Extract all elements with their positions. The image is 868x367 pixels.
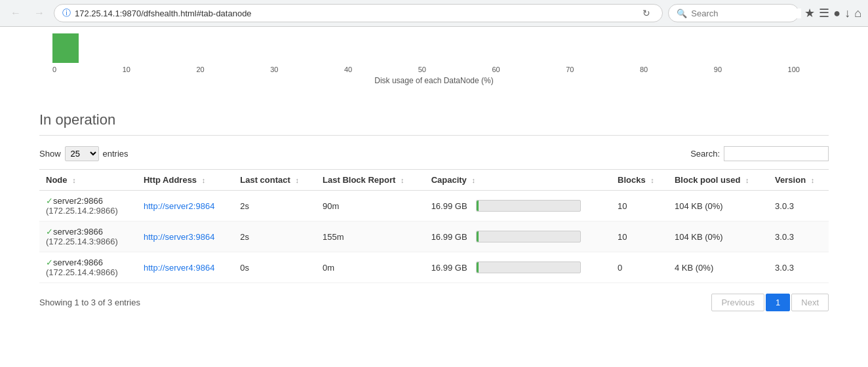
- browser-chrome: ← → ⓘ 172.25.14.1:9870/dfshealth.html#ta…: [0, 0, 868, 27]
- node-name: server2:9866: [53, 196, 103, 206]
- node-ip: (172.25.14.2:9866): [46, 206, 118, 216]
- next-button[interactable]: Next: [791, 294, 829, 311]
- node-name: server4:9866: [53, 258, 103, 267]
- table-search-control: Search:: [690, 146, 829, 161]
- table-header-row: Node ↕ Http Address ↕ Last contact ↕ Las…: [39, 170, 829, 191]
- section-divider: [39, 135, 829, 136]
- previous-button[interactable]: Previous: [711, 294, 764, 311]
- page-1-button[interactable]: 1: [766, 294, 790, 311]
- bookmark-icon[interactable]: ★: [804, 6, 815, 20]
- capacity-size: 16.99 GB: [431, 263, 471, 273]
- data-table: Node ↕ Http Address ↕ Last contact ↕ Las…: [39, 169, 829, 283]
- entries-label: entries: [103, 149, 128, 159]
- node-ip: (172.25.14.4:9866): [46, 267, 118, 277]
- back-button[interactable]: ←: [7, 4, 25, 22]
- capacity-bar-bg: [476, 200, 581, 212]
- cell-blocks: 0: [611, 252, 668, 283]
- cell-last-block-report: 155m: [316, 222, 425, 252]
- tick-10: 10: [123, 66, 130, 73]
- info-icon: ⓘ: [62, 7, 71, 19]
- table-row: ✓server2:9866(172.25.14.2:9866)http://se…: [39, 191, 829, 222]
- table-search-input[interactable]: [724, 146, 829, 161]
- cell-block-pool-used: 4 KB (0%): [668, 252, 768, 283]
- sort-icon-blocks: ↕: [650, 176, 654, 184]
- http-address-link[interactable]: http://server2:9864: [144, 201, 214, 211]
- tick-100: 100: [788, 66, 800, 73]
- tick-40: 40: [344, 66, 352, 73]
- http-address-link[interactable]: http://server4:9864: [144, 263, 214, 273]
- capacity-bar-bg: [476, 231, 581, 242]
- col-node[interactable]: Node ↕: [39, 170, 137, 191]
- tick-90: 90: [714, 66, 722, 73]
- forward-button[interactable]: →: [30, 4, 49, 22]
- chart-area: 0 10 20 30 40 50 60 70 80 90 100 Disk us…: [39, 27, 829, 98]
- cell-node: ✓server2:9866(172.25.14.2:9866): [39, 191, 137, 222]
- cell-block-pool-used: 104 KB (0%): [668, 222, 768, 252]
- cell-http-address: http://server3:9864: [137, 222, 233, 252]
- capacity-cell: 16.99 GB: [431, 231, 604, 242]
- pagination-buttons: Previous 1 Next: [711, 294, 829, 311]
- sort-icon-block-report: ↕: [401, 176, 404, 184]
- shield-icon[interactable]: ●: [833, 7, 840, 20]
- cell-http-address: http://server4:9864: [137, 252, 233, 283]
- cell-block-pool-used: 104 KB (0%): [668, 191, 768, 222]
- sort-icon-node: ↕: [72, 176, 76, 184]
- entries-select[interactable]: 10 25 50 100: [65, 146, 99, 161]
- col-version[interactable]: Version ↕: [768, 170, 829, 191]
- cell-last-contact: 2s: [233, 191, 316, 222]
- tick-30: 30: [270, 66, 278, 73]
- tick-60: 60: [492, 66, 500, 73]
- home-icon[interactable]: ⌂: [854, 7, 861, 20]
- col-last-block-report[interactable]: Last Block Report ↕: [316, 170, 425, 191]
- showing-text: Showing 1 to 3 of 3 entries: [39, 298, 140, 307]
- cell-capacity: 16.99 GB: [425, 191, 611, 222]
- search-label: Search:: [690, 149, 720, 159]
- cell-last-block-report: 90m: [316, 191, 425, 222]
- tick-50: 50: [418, 66, 426, 73]
- capacity-bar-fill: [477, 262, 479, 273]
- sort-icon-contact: ↕: [295, 176, 299, 184]
- cell-node: ✓server3:9866(172.25.14.3:9866): [39, 222, 137, 252]
- node-check-icon: ✓: [46, 227, 53, 237]
- chart-bar: [52, 33, 79, 63]
- tick-70: 70: [566, 66, 574, 73]
- cell-blocks: 10: [611, 191, 668, 222]
- col-last-contact[interactable]: Last contact ↕: [233, 170, 316, 191]
- section-heading: In operation: [39, 111, 829, 128]
- search-icon: 🔍: [677, 9, 687, 18]
- cell-capacity: 16.99 GB: [425, 222, 611, 252]
- cell-node: ✓server4:9866(172.25.14.4:9866): [39, 252, 137, 283]
- sort-icon-http: ↕: [202, 176, 206, 184]
- chart-ticks: 0 10 20 30 40 50 60 70 80 90 100: [39, 66, 800, 73]
- download-icon[interactable]: ↓: [844, 7, 850, 20]
- cell-last-contact: 2s: [233, 222, 316, 252]
- col-blocks[interactable]: Blocks ↕: [611, 170, 668, 191]
- cell-version: 3.0.3: [768, 191, 829, 222]
- cell-capacity: 16.99 GB: [425, 252, 611, 283]
- tick-0: 0: [52, 66, 56, 73]
- sort-icon-pool: ↕: [745, 176, 749, 184]
- http-address-link[interactable]: http://server3:9864: [144, 232, 214, 242]
- pagination-area: Showing 1 to 3 of 3 entries Previous 1 N…: [39, 294, 829, 311]
- cell-last-block-report: 0m: [316, 252, 425, 283]
- browser-search-bar[interactable]: 🔍: [668, 4, 799, 22]
- capacity-cell: 16.99 GB: [431, 200, 604, 212]
- show-label: Show: [39, 149, 61, 159]
- col-capacity[interactable]: Capacity ↕: [425, 170, 611, 191]
- col-block-pool-used[interactable]: Block pool used ↕: [668, 170, 768, 191]
- col-http-address[interactable]: Http Address ↕: [137, 170, 233, 191]
- chart-label: Disk usage of each DataNode (%): [39, 76, 829, 85]
- node-ip: (172.25.14.3:9866): [46, 237, 118, 246]
- capacity-size: 16.99 GB: [431, 201, 471, 211]
- table-body: ✓server2:9866(172.25.14.2:9866)http://se…: [39, 191, 829, 283]
- cell-http-address: http://server2:9864: [137, 191, 233, 222]
- browser-search-input[interactable]: [691, 9, 801, 18]
- page-content: 0 10 20 30 40 50 60 70 80 90 100 Disk us…: [0, 27, 868, 331]
- tick-80: 80: [640, 66, 648, 73]
- show-entries: Show 10 25 50 100 entries: [39, 146, 128, 161]
- reading-list-icon[interactable]: ☰: [819, 6, 829, 20]
- sort-icon-version: ↕: [811, 176, 815, 184]
- cell-version: 3.0.3: [768, 222, 829, 252]
- node-name: server3:9866: [53, 227, 103, 237]
- refresh-button[interactable]: ↻: [639, 5, 654, 21]
